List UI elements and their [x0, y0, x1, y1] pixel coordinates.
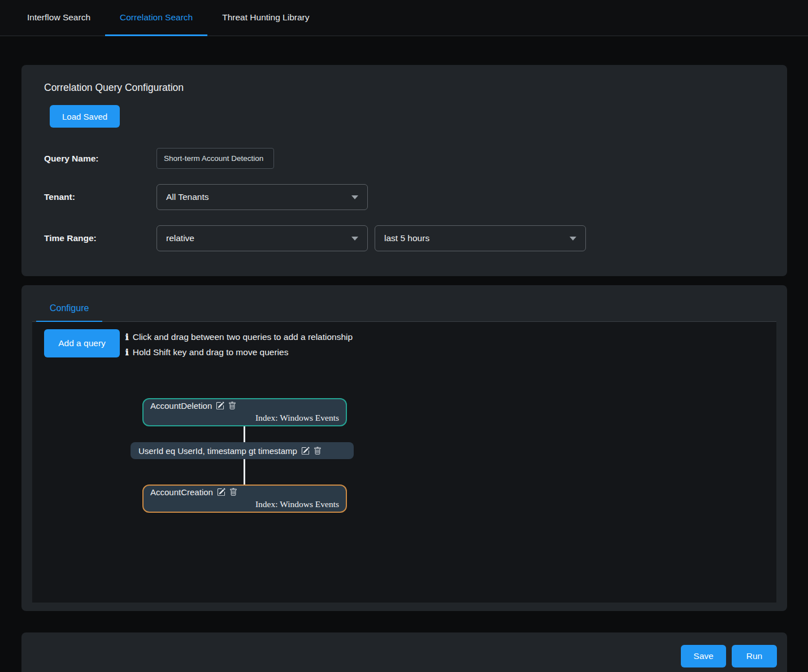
- node-name: AccountCreation: [150, 487, 213, 497]
- time-range-type-select[interactable]: relative: [157, 225, 368, 251]
- time-range-label: Time Range:: [44, 233, 157, 243]
- relationship-text: UserId eq UserId, timestamp gt timestamp: [138, 446, 297, 456]
- time-range-row: Time Range: relative last 5 hours: [44, 225, 764, 251]
- edit-icon[interactable]: [301, 447, 310, 455]
- footer-action-bar: Save Run: [21, 632, 787, 672]
- tenant-select[interactable]: All Tenants: [157, 184, 368, 210]
- query-builder-card: Configure Add a query ℹ Click and drag b…: [21, 285, 787, 611]
- node-title-row: AccountCreation: [150, 487, 339, 497]
- tenant-select-value: All Tenants: [166, 192, 209, 202]
- query-canvas[interactable]: Add a query ℹ Click and drag between two…: [32, 322, 776, 603]
- node-title-row: AccountDeletion: [150, 401, 339, 411]
- tenant-row: Tenant: All Tenants: [44, 184, 764, 210]
- load-saved-button[interactable]: Load Saved: [50, 105, 120, 128]
- info-icon: ℹ: [125, 332, 129, 342]
- query-node-account-creation[interactable]: AccountCreation Index: Windows Events: [142, 485, 347, 513]
- chevron-down-icon: [351, 237, 358, 241]
- query-name-input[interactable]: [157, 148, 274, 169]
- tab-configure[interactable]: Configure: [36, 299, 102, 322]
- hint-move: ℹ Hold Shift key and drag to move querie…: [125, 344, 353, 360]
- hint-relationship-text: Click and drag between two queries to ad…: [133, 332, 353, 342]
- trash-icon[interactable]: [229, 488, 237, 496]
- config-card-title: Correlation Query Configuration: [44, 82, 764, 94]
- query-name-row: Query Name:: [44, 148, 764, 169]
- trash-icon[interactable]: [228, 402, 236, 410]
- correlation-query-config-card: Correlation Query Configuration Load Sav…: [21, 65, 787, 276]
- edit-icon[interactable]: [217, 488, 225, 496]
- add-query-button[interactable]: Add a query: [44, 329, 120, 357]
- canvas-hints: ℹ Click and drag between two queries to …: [125, 329, 353, 360]
- trash-icon[interactable]: [314, 447, 322, 455]
- tenant-label: Tenant:: [44, 192, 157, 202]
- builder-tabs: Configure: [32, 285, 776, 322]
- query-node-account-deletion[interactable]: AccountDeletion Index: Windows Events: [142, 398, 347, 426]
- node-name: AccountDeletion: [150, 401, 212, 411]
- top-nav: Interflow Search Correlation Search Thre…: [0, 0, 808, 36]
- time-range-value: last 5 hours: [384, 233, 429, 243]
- time-range-type-value: relative: [166, 233, 194, 243]
- chevron-down-icon: [570, 237, 576, 241]
- save-button[interactable]: Save: [681, 645, 726, 667]
- edit-icon[interactable]: [216, 402, 224, 410]
- tab-correlation-search[interactable]: Correlation Search: [105, 0, 207, 36]
- time-range-value-select[interactable]: last 5 hours: [375, 225, 586, 251]
- run-button[interactable]: Run: [732, 645, 777, 667]
- hint-move-text: Hold Shift key and drag to move queries: [133, 347, 289, 357]
- relationship-pill[interactable]: UserId eq UserId, timestamp gt timestamp: [131, 442, 354, 459]
- chevron-down-icon: [351, 195, 358, 199]
- tab-interflow-search[interactable]: Interflow Search: [12, 0, 105, 36]
- tab-threat-hunting-library[interactable]: Threat Hunting Library: [207, 0, 324, 36]
- node-index-label: Index: Windows Events: [150, 413, 339, 423]
- query-name-label: Query Name:: [44, 154, 157, 164]
- hint-relationship: ℹ Click and drag between two queries to …: [125, 329, 353, 344]
- info-icon: ℹ: [125, 347, 129, 357]
- node-index-label: Index: Windows Events: [150, 499, 339, 509]
- page: Interflow Search Correlation Search Thre…: [0, 0, 808, 672]
